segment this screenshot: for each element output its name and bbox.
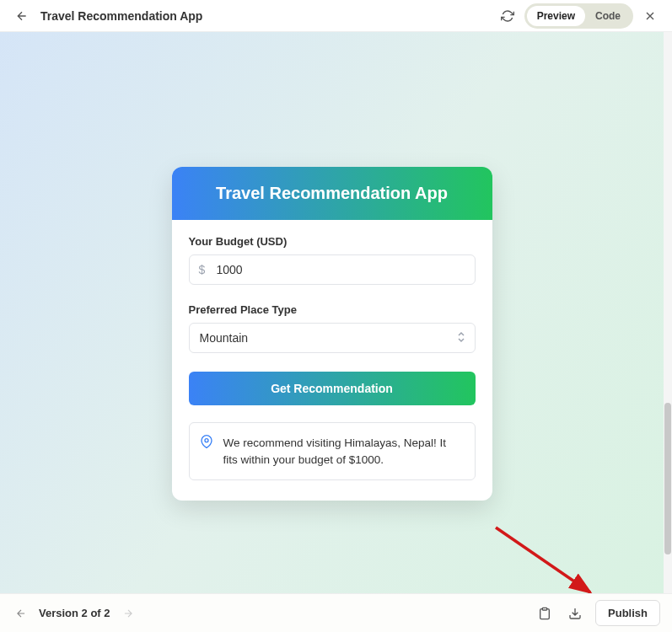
place-type-label: Preferred Place Type (189, 303, 476, 316)
budget-input-wrapper: $ (189, 254, 476, 285)
card-title: Travel Recommendation App (172, 167, 492, 220)
form-card: Travel Recommendation App Your Budget (U… (172, 167, 492, 501)
dollar-icon: $ (199, 263, 206, 276)
bottom-bar: Version 2 of 2 Publish (0, 593, 672, 632)
budget-label: Your Budget (USD) (189, 235, 476, 248)
get-recommendation-button[interactable]: Get Recommendation (189, 372, 476, 405)
place-select-wrapper: Mountain (189, 323, 476, 353)
scrollbar-track[interactable] (664, 32, 672, 593)
download-button[interactable] (565, 603, 585, 624)
tab-code[interactable]: Code (585, 6, 631, 26)
publish-button[interactable]: Publish (595, 600, 660, 626)
arrow-left-icon (15, 9, 29, 23)
refresh-button[interactable] (497, 6, 518, 26)
top-bar: Travel Recommendation App Preview Code (0, 0, 672, 32)
arrow-right-icon (122, 608, 134, 619)
download-icon (568, 607, 582, 620)
recommendation-result: We recommend visiting Himalayas, Nepal! … (189, 422, 476, 480)
place-type-select[interactable]: Mountain (189, 323, 476, 353)
refresh-icon (501, 9, 514, 23)
version-label: Version 2 of 2 (39, 607, 110, 619)
svg-point-0 (205, 439, 208, 442)
result-text: We recommend visiting Himalayas, Nepal! … (223, 437, 447, 466)
scrollbar-thumb[interactable] (664, 403, 671, 554)
card-body: Your Budget (USD) $ Preferred Place Type… (172, 220, 492, 501)
arrow-left-icon (15, 608, 27, 619)
tab-preview[interactable]: Preview (527, 6, 585, 26)
view-toggle: Preview Code (524, 3, 633, 29)
close-icon (643, 9, 657, 23)
svg-rect-2 (542, 608, 546, 610)
version-next-button[interactable] (119, 604, 137, 623)
budget-input[interactable] (189, 254, 476, 285)
preview-canvas: Travel Recommendation App Your Budget (U… (0, 32, 664, 593)
close-button[interactable] (640, 6, 660, 26)
clipboard-button[interactable] (535, 603, 555, 624)
location-pin-icon (200, 435, 213, 453)
back-button[interactable] (12, 6, 32, 26)
page-title: Travel Recommendation App (40, 9, 202, 23)
clipboard-icon (538, 607, 551, 620)
main-area: Travel Recommendation App Your Budget (U… (0, 32, 672, 593)
version-prev-button[interactable] (12, 604, 30, 623)
